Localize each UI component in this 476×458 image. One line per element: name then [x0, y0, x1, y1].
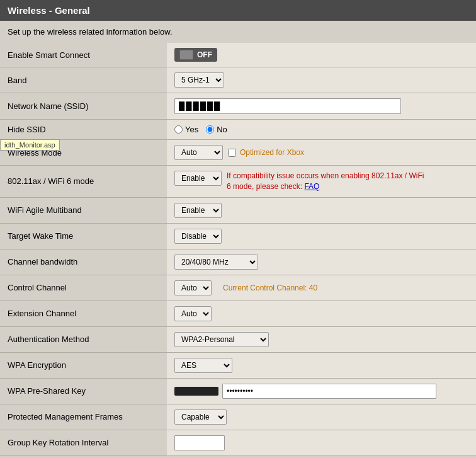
wifi6-note: If compatibility issue occurs when enabl… — [227, 171, 428, 192]
hide-ssid-no-option[interactable]: No — [206, 125, 227, 134]
wireless-mode-select[interactable]: Auto N only AC only AX only — [174, 145, 223, 160]
xbox-label: Optimized for Xbox — [240, 148, 304, 157]
wifi6-select[interactable]: Enable Disable — [174, 171, 222, 186]
smart-connect-label: Enable Smart Connect — [0, 43, 167, 67]
xbox-checkbox[interactable] — [228, 149, 236, 157]
page-title: Wireless - General — [0, 0, 476, 21]
wpa-key-masked — [174, 387, 218, 396]
group-key-input[interactable]: 3600 — [174, 435, 225, 450]
auth-method-select[interactable]: Open System WPA-Personal WPA2-Personal W… — [174, 332, 269, 347]
hide-ssid-yes-radio[interactable] — [174, 125, 183, 134]
extension-channel-select[interactable]: Auto — [174, 306, 212, 321]
page-subtitle: Set up the wireless related information … — [0, 21, 476, 43]
pmf-label: Protected Management Frames — [0, 404, 167, 430]
toggle-knob — [179, 50, 193, 60]
hide-ssid-no-label: No — [217, 125, 227, 134]
extension-channel-label: Extension Channel — [0, 301, 167, 326]
hide-ssid-radio-group: Yes No — [174, 125, 468, 134]
tooltip-bar: idth_Monitor.asp — [0, 139, 60, 151]
control-channel-select[interactable]: Auto — [174, 280, 212, 295]
hide-ssid-no-radio[interactable] — [206, 125, 214, 134]
hide-ssid-label: Hide SSID — [0, 120, 167, 140]
hide-ssid-yes-option[interactable]: Yes — [174, 125, 198, 134]
control-channel-label: Control Channel — [0, 275, 167, 301]
smart-connect-toggle[interactable]: OFF — [174, 48, 217, 62]
faq-link[interactable]: FAQ — [304, 182, 319, 191]
toggle-state: OFF — [197, 50, 212, 59]
target-wake-select[interactable]: Enable Disable — [174, 229, 222, 244]
wpa-encryption-select[interactable]: TKIP AES TKIP+AES — [174, 358, 232, 373]
wpa-key-input[interactable] — [222, 384, 436, 399]
wifi-agile-select[interactable]: Enable Disable — [174, 203, 222, 218]
wpa-key-label: WPA Pre-Shared Key — [0, 378, 167, 404]
target-wake-label: Target Wake Time — [0, 223, 167, 249]
channel-bw-select[interactable]: 20 MHz 20/40 MHz 20/40/80 MHz 20/40/80/1… — [174, 255, 258, 270]
wifi6-label: 802.11ax / WiFi 6 mode — [0, 166, 167, 198]
ssid-input[interactable] — [174, 98, 401, 114]
wifi-agile-label: WiFi Agile Multiband — [0, 197, 167, 223]
ssid-label: Network Name (SSID) — [0, 93, 167, 120]
band-label: Band — [0, 67, 167, 93]
pmf-select[interactable]: Disable Capable Required — [174, 409, 227, 425]
xbox-checkbox-option[interactable]: Optimized for Xbox — [228, 148, 304, 157]
auth-method-label: Authentication Method — [0, 326, 167, 352]
band-select[interactable]: 2.4 GHz 5 GHz-1 5 GHz-1 5 GHz-2 6 GHz — [174, 72, 224, 88]
group-key-label: Group Key Rotation Interval — [0, 430, 167, 455]
hide-ssid-yes-label: Yes — [185, 125, 198, 134]
control-channel-note: Current Control Channel: 40 — [223, 283, 317, 292]
channel-bw-label: Channel bandwidth — [0, 249, 167, 275]
wpa-encryption-label: WPA Encryption — [0, 352, 167, 378]
